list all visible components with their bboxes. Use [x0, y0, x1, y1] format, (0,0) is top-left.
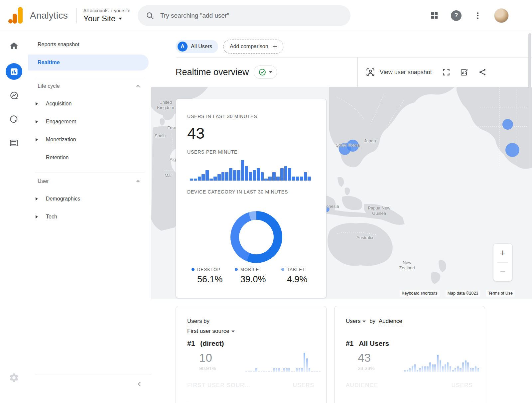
- tablet-legend-dot: [281, 268, 284, 271]
- map-zoom-out-button[interactable]: −: [493, 263, 512, 281]
- nav-item-reports-snapshot[interactable]: Reports snapshot: [28, 37, 149, 53]
- expand-arrow-icon: [36, 215, 38, 218]
- map-zoom-in-button[interactable]: +: [493, 244, 512, 262]
- map-label-united-kingdom: United Kingdom: [154, 100, 177, 110]
- rail-explore-icon[interactable]: [0, 91, 28, 100]
- customize-report-icon[interactable]: [460, 68, 469, 77]
- dimension-selector[interactable]: Audience: [379, 318, 402, 325]
- table-divider: [187, 401, 314, 401]
- report-nav-panel: Reports snapshot Realtime Life cycle Acq…: [28, 31, 151, 403]
- user-avatar[interactable]: [494, 8, 509, 23]
- rail-advertising-icon[interactable]: [0, 115, 28, 124]
- rank-name: All Users: [359, 339, 389, 347]
- keyboard-shortcuts-link[interactable]: Keyboard shortcuts: [400, 290, 440, 297]
- card-title: Users by First user source: [187, 316, 235, 336]
- dimension-selector[interactable]: First user source: [187, 328, 235, 334]
- share-icon[interactable]: [478, 68, 487, 76]
- help-icon[interactable]: ?: [451, 10, 462, 21]
- search-input[interactable]: [160, 12, 342, 20]
- users-by-first-user-source-card: Users by First user source #1 (direct) 1…: [176, 306, 327, 403]
- chip-label: All Users: [191, 44, 212, 50]
- fullscreen-icon[interactable]: [442, 68, 451, 76]
- breadcrumb-path: All accounts: [83, 8, 108, 13]
- search-bar[interactable]: [138, 5, 350, 26]
- reports-active-indicator: [6, 63, 22, 80]
- dimension-cards-row: Users by First user source #1 (direct) 1…: [176, 306, 485, 403]
- realtime-overview-card: USERS IN LAST 30 MINUTES 43 USERS PER MI…: [176, 99, 327, 298]
- nav-item-monetization[interactable]: Monetization: [28, 132, 149, 148]
- nav-item-demographics[interactable]: Demographics: [28, 191, 149, 207]
- top-row: #1 (direct): [187, 339, 224, 347]
- all-users-chip[interactable]: A All Users: [176, 40, 218, 53]
- table-header-row: FIRST USER SOUR… USERS: [187, 382, 314, 389]
- legend-desktop: DESKTOP 56.1%: [192, 267, 223, 285]
- nav-label: Engagement: [46, 119, 76, 125]
- settings-gear-icon[interactable]: [0, 372, 28, 383]
- chevron-up-icon: [135, 83, 141, 91]
- collapse-nav-button[interactable]: [134, 378, 145, 390]
- table-divider: [346, 401, 473, 401]
- view-user-snapshot-label: View user snapshot: [380, 69, 432, 76]
- expand-arrow-icon: [36, 197, 38, 201]
- chevron-down-icon: [362, 321, 366, 323]
- legend-label: DESKTOP: [197, 267, 220, 272]
- metric-selector[interactable]: Users by: [187, 318, 209, 325]
- rail-home-icon[interactable]: [0, 41, 28, 51]
- metric-selector[interactable]: Users: [346, 318, 367, 324]
- nav-label: Retention: [46, 155, 69, 161]
- rail-library-icon[interactable]: [0, 138, 28, 148]
- nav-section-life-cycle[interactable]: Life cycle: [28, 78, 149, 94]
- chevron-up-icon: [135, 178, 141, 186]
- expand-arrow-icon: [36, 120, 38, 123]
- rail-reports-icon[interactable]: [0, 63, 28, 80]
- google-analytics-logo-icon[interactable]: [8, 6, 23, 25]
- analytics-app: Analytics All accounts › yoursite Your S…: [0, 0, 532, 403]
- nav-item-retention[interactable]: Retention: [28, 150, 149, 166]
- card-title: Users by Audience: [346, 316, 402, 326]
- nav-label: Monetization: [46, 137, 76, 143]
- tablet-percentage: 4.9%: [287, 274, 308, 285]
- nav-item-acquisition[interactable]: Acquisition: [28, 96, 149, 112]
- nav-section-label: Life cycle: [38, 83, 60, 89]
- legend-mobile: MOBILE 39.0%: [235, 267, 266, 285]
- nav-item-realtime[interactable]: Realtime: [28, 55, 149, 70]
- more-menu-icon[interactable]: [473, 11, 482, 20]
- dashboards-grid-icon[interactable]: [430, 11, 439, 20]
- page-scrollbar[interactable]: [528, 33, 531, 168]
- map-attribution: Keyboard shortcuts Map data ©2023 Terms …: [400, 290, 515, 297]
- chart-axis-ticks: [190, 181, 311, 182]
- rank-number: #1: [346, 339, 353, 347]
- first-user-source-sparkline: [245, 353, 321, 372]
- legend-tablet: TABLET 4.9%: [281, 267, 308, 285]
- app-name: Analytics: [30, 10, 68, 21]
- map-label-south-korea: South Korea: [332, 143, 364, 148]
- mobile-legend-dot: [235, 268, 238, 271]
- nav-label: Tech: [46, 214, 57, 220]
- map-label-japan: Japan: [364, 138, 376, 144]
- header-actions: ?: [430, 8, 509, 23]
- nav-label: Reports snapshot: [38, 42, 79, 48]
- realtime-geo-map[interactable]: United Kingdom France Spain Algeria Mali…: [151, 87, 532, 299]
- add-comparison-button[interactable]: Add comparison: [223, 40, 283, 54]
- audience-sparkline: [404, 353, 479, 372]
- nav-item-engagement[interactable]: Engagement: [28, 114, 149, 130]
- account-breadcrumb: All accounts › yoursite Your Site: [83, 8, 130, 23]
- user-snapshot-icon: [366, 67, 375, 77]
- nav-section-user[interactable]: User: [28, 173, 149, 189]
- nav-item-tech[interactable]: Tech: [28, 209, 149, 225]
- comparison-bar: A All Users Add comparison: [176, 40, 283, 54]
- property-selector[interactable]: Your Site: [83, 14, 130, 23]
- nav-label: Acquisition: [46, 101, 71, 107]
- map-data-copyright: Map data ©2023: [446, 290, 480, 297]
- nav-section-label: User: [38, 178, 49, 184]
- nav-label: Realtime: [38, 60, 60, 66]
- nav-divider: [35, 374, 151, 374]
- search-icon: [146, 11, 154, 20]
- comparison-avatar: A: [178, 42, 188, 52]
- users-last-30-label: USERS IN LAST 30 MINUTES: [187, 114, 257, 119]
- terms-of-use-link[interactable]: Terms of Use: [486, 290, 515, 297]
- data-quality-badge[interactable]: [254, 66, 277, 79]
- chevron-down-icon: [269, 71, 272, 73]
- view-user-snapshot-button[interactable]: View user snapshot: [366, 67, 432, 77]
- breadcrumb[interactable]: All accounts › yoursite: [83, 8, 130, 13]
